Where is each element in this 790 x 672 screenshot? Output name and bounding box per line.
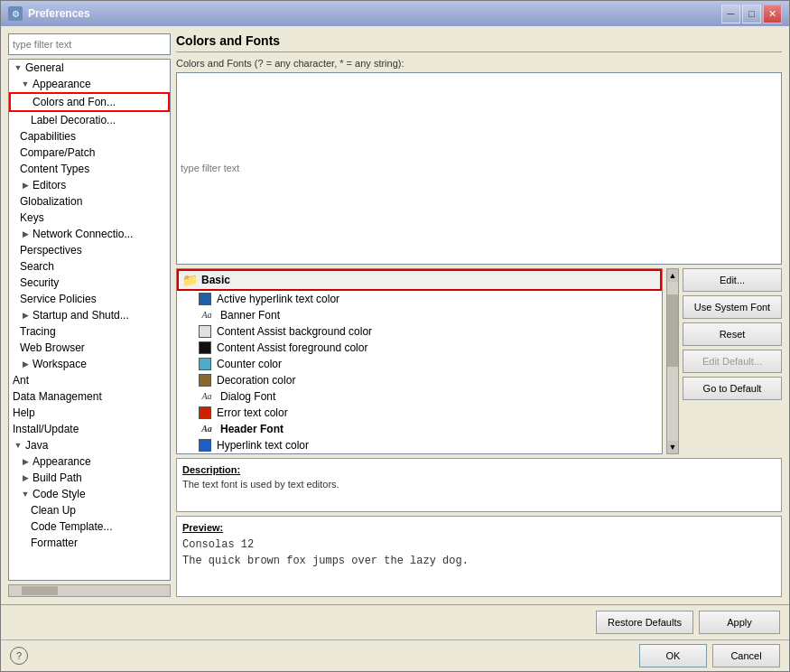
use-system-font-button[interactable]: Use System Font	[683, 295, 782, 319]
tree-item-tracing[interactable]: Tracing	[9, 323, 170, 340]
cancel-button[interactable]: Cancel	[712, 644, 780, 667]
list-item-hyperlink-text-color[interactable]: Hyperlink text color	[177, 437, 662, 453]
expand-icon-general: ▼	[13, 62, 23, 73]
tree-item-data-management[interactable]: Data Management	[9, 388, 170, 405]
tree-item-startup[interactable]: ▶ Startup and Shutd...	[9, 307, 170, 323]
tree-item-workspace[interactable]: ▶ Workspace	[9, 356, 170, 372]
colors-filter-input[interactable]	[176, 72, 782, 265]
color-swatch-active-hyperlink	[199, 293, 211, 305]
tree-item-editors[interactable]: ▶ Editors	[9, 177, 170, 193]
reset-button[interactable]: Reset	[683, 322, 782, 346]
tree-item-appearance[interactable]: ▼ Appearance	[9, 76, 170, 92]
tree-item-security[interactable]: Security	[9, 275, 170, 291]
tree-item-service-policies[interactable]: Service Policies	[9, 291, 170, 307]
list-label-basic: Basic	[201, 274, 230, 286]
window-title: Preferences	[28, 7, 721, 20]
tree-item-label-decoration[interactable]: Label Decoratio...	[9, 112, 170, 128]
tree-label-code-style: Code Style	[33, 488, 86, 500]
color-swatch-error	[199, 406, 211, 419]
tree-item-help[interactable]: Help	[9, 405, 170, 421]
color-swatch-content-assist-fg	[199, 341, 211, 354]
preview-label: Preview:	[182, 522, 776, 533]
tree-label-editors: Editors	[33, 179, 66, 191]
tree-label-general: General	[25, 61, 64, 74]
list-item-basic-group[interactable]: 📁 Basic	[177, 269, 662, 291]
tree-item-install-update[interactable]: Install/Update	[9, 421, 170, 437]
colors-list-container: 📁 Basic Active hyperlink text color Aa B…	[176, 268, 782, 455]
tree-item-network[interactable]: ▶ Network Connectio...	[9, 226, 170, 242]
list-item-dialog-font[interactable]: Aa Dialog Font	[177, 388, 662, 405]
restore-defaults-button[interactable]: Restore Defaults	[596, 611, 693, 634]
maximize-button[interactable]: □	[742, 5, 761, 23]
tree-item-ant[interactable]: Ant	[9, 372, 170, 388]
tree-item-java-appearance[interactable]: ▶ Appearance	[9, 453, 170, 470]
tree-item-compare-patch[interactable]: Compare/Patch	[9, 145, 170, 161]
tree-item-java[interactable]: ▼ Java	[9, 437, 170, 453]
left-panel: ▼ General ▼ Appearance Colors and Fon...…	[8, 33, 171, 597]
tree-item-general[interactable]: ▼ General	[9, 60, 170, 76]
list-label-error-text-color: Error text color	[217, 406, 288, 419]
edit-button[interactable]: Edit...	[683, 268, 782, 292]
tree-item-globalization[interactable]: Globalization	[9, 193, 170, 210]
color-swatch-counter	[199, 358, 211, 370]
list-item-decoration-color[interactable]: Decoration color	[177, 372, 662, 388]
tree-label-build-path: Build Path	[33, 471, 82, 484]
tree-item-code-template[interactable]: Code Template...	[9, 518, 170, 535]
preview-line2: The quick brown fox jumps over the lazy …	[182, 553, 776, 569]
minimize-button[interactable]: ─	[721, 5, 740, 23]
expand-icon-appearance: ▼	[20, 79, 31, 89]
list-item-active-hyperlink[interactable]: Active hyperlink text color	[177, 291, 662, 307]
expand-icon-build-path: ▶	[20, 472, 31, 483]
preferences-window: ⚙ Preferences ─ □ ✕ ▼ General ▼ Appearan…	[0, 0, 790, 672]
expand-icon-code-style: ▼	[20, 489, 31, 499]
tree-filter-input[interactable]	[8, 33, 171, 55]
section-subtitle: Colors and Fonts (? = any character, * =…	[176, 58, 782, 69]
tree-item-build-path[interactable]: ▶ Build Path	[9, 470, 170, 486]
tree-item-search[interactable]: Search	[9, 258, 170, 275]
color-swatch-decoration	[199, 374, 211, 387]
go-to-default-button[interactable]: Go to Default	[683, 377, 782, 400]
tree-item-web-browser[interactable]: Web Browser	[9, 340, 170, 356]
list-item-match-highlight-bg[interactable]: Match highlight background color	[177, 453, 662, 455]
close-button[interactable]: ✕	[763, 5, 782, 23]
action-buttons-panel: Edit... Use System Font Reset Edit Defau…	[683, 268, 782, 455]
bottom-bar: Restore Defaults Apply	[1, 604, 789, 639]
list-label-active-hyperlink: Active hyperlink text color	[217, 293, 339, 305]
tree-item-colors-and-fonts[interactable]: Colors and Fon...	[9, 92, 170, 112]
tree-scrollbar[interactable]	[8, 584, 171, 597]
title-bar: ⚙ Preferences ─ □ ✕	[1, 1, 789, 26]
edit-default-button[interactable]: Edit Default...	[683, 350, 782, 373]
tree-item-clean-up[interactable]: Clean Up	[9, 502, 170, 518]
list-item-header-font[interactable]: Aa Header Font	[177, 421, 662, 437]
expand-icon-startup: ▶	[20, 310, 31, 321]
colors-list: 📁 Basic Active hyperlink text color Aa B…	[176, 268, 663, 455]
list-item-error-text-color[interactable]: Error text color	[177, 405, 662, 421]
right-panel: Colors and Fonts Colors and Fonts (? = a…	[176, 33, 782, 597]
list-item-content-assist-fg[interactable]: Content Assist foreground color	[177, 340, 662, 356]
scrollbar-thumb[interactable]	[667, 294, 678, 367]
preview-content: Consolas 12 The quick brown fox jumps ov…	[182, 537, 776, 569]
tree-item-formatter[interactable]: Formatter	[9, 535, 170, 551]
expand-icon-java: ▼	[13, 440, 23, 451]
tree-item-keys[interactable]: Keys	[9, 210, 170, 226]
font-icon-dialog: Aa	[199, 391, 215, 401]
color-swatch-content-assist-bg	[199, 325, 211, 338]
tree-label-appearance: Appearance	[33, 78, 91, 90]
list-item-content-assist-bg[interactable]: Content Assist background color	[177, 323, 662, 340]
tree-item-capabilities[interactable]: Capabilities	[9, 128, 170, 145]
section-title: Colors and Fonts	[176, 33, 782, 52]
description-label: Description:	[182, 464, 776, 475]
list-item-banner-font[interactable]: Aa Banner Font	[177, 307, 662, 323]
expand-icon-editors: ▶	[20, 180, 31, 191]
list-item-counter-color[interactable]: Counter color	[177, 356, 662, 372]
apply-button[interactable]: Apply	[699, 611, 780, 634]
tree-item-content-types[interactable]: Content Types	[9, 161, 170, 177]
list-label-header-font: Header Font	[220, 423, 283, 435]
help-button[interactable]: ?	[10, 647, 28, 665]
tree-item-code-style[interactable]: ▼ Code Style	[9, 486, 170, 502]
list-label-dialog-font: Dialog Font	[220, 390, 275, 403]
list-scrollbar[interactable]: ▲ ▼	[666, 268, 679, 455]
tree-item-perspectives[interactable]: Perspectives	[9, 242, 170, 258]
ok-button[interactable]: OK	[639, 644, 707, 667]
window-icon: ⚙	[8, 6, 23, 21]
